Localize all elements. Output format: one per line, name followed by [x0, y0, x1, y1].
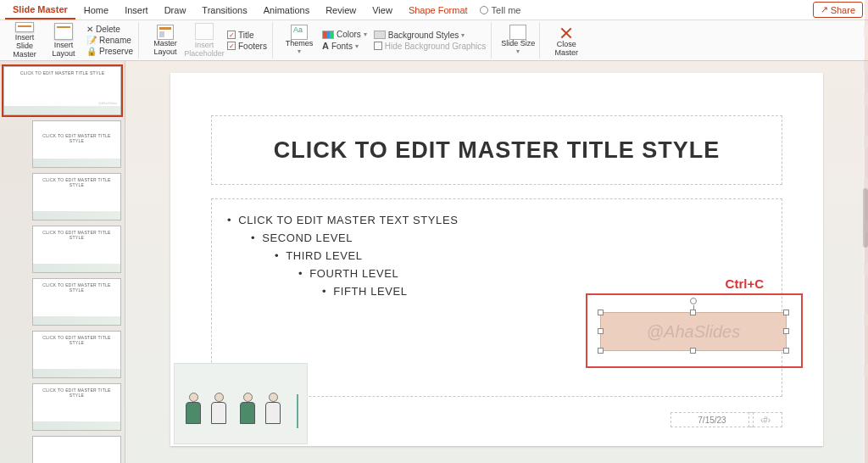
- thumb-footer-strip: [33, 211, 120, 220]
- resize-handle[interactable]: [598, 328, 604, 334]
- preserve-button[interactable]: 🔒Preserve: [85, 46, 135, 57]
- thumb-title: CLICK TO EDIT MASTER TITLE STYLE: [38, 230, 115, 240]
- colors-button[interactable]: Colors: [320, 29, 369, 40]
- tab-animations[interactable]: Animations: [256, 2, 317, 19]
- layout-thumbnail[interactable]: CLICK TO EDIT MASTER TITLE STYLE: [32, 383, 121, 431]
- close-master-label: Close Master: [548, 41, 584, 58]
- thumb-title: CLICK TO EDIT MASTER TITLE STYLE: [9, 70, 115, 75]
- master-layout-button[interactable]: Master Layout: [147, 22, 183, 59]
- layout-thumbnail[interactable]: CLICK TO EDIT MASTER TITLE STYLE: [32, 278, 121, 326]
- master-thumbnail[interactable]: CLICK TO EDIT MASTER TITLE STYLE @AhaSli…: [3, 66, 121, 115]
- layout-thumbnail[interactable]: CLICK TO EDIT MASTER TITLE STYLE: [32, 331, 121, 378]
- colors-icon: [322, 31, 334, 39]
- body-level-2: SECOND LEVEL: [251, 229, 766, 247]
- tab-slide-master[interactable]: Slide Master: [5, 1, 75, 20]
- tab-shape-format[interactable]: Shape Format: [401, 2, 476, 19]
- group-size: Slide Size: [497, 22, 540, 59]
- resize-handle[interactable]: [690, 348, 696, 354]
- preserve-label: Preserve: [99, 47, 133, 56]
- tab-home[interactable]: Home: [76, 2, 116, 19]
- layout-thumbnail[interactable]: CLICK TO EDIT MASTER TITLE STYLE: [32, 120, 121, 168]
- thumb-title: CLICK TO EDIT MASTER TITLE STYLE: [38, 388, 115, 398]
- check-icon: [374, 42, 382, 50]
- rename-button[interactable]: 📝Rename: [85, 35, 135, 46]
- resize-handle[interactable]: [598, 310, 604, 315]
- tab-insert[interactable]: Insert: [117, 2, 156, 19]
- preserve-icon: 🔒: [86, 47, 97, 56]
- master-layout-icon: [157, 25, 174, 40]
- date-placeholder[interactable]: 7/15/23: [670, 412, 754, 427]
- footers-checkbox[interactable]: Footers: [225, 41, 269, 52]
- share-icon: ↗: [821, 4, 828, 15]
- body-level-4: FOURTH LEVEL: [298, 265, 766, 282]
- thumb-title: CLICK TO EDIT MASTER TITLE STYLE: [38, 133, 115, 143]
- share-button[interactable]: ↗Share: [813, 2, 863, 18]
- slide-canvas[interactable]: CLICK TO EDIT MASTER TITLE STYLE CLICK T…: [170, 73, 823, 446]
- tab-review[interactable]: Review: [318, 2, 364, 19]
- delete-button[interactable]: ✕Delete: [85, 24, 135, 35]
- fonts-button[interactable]: AFonts: [320, 40, 369, 52]
- thumb-footer-strip: [33, 316, 120, 325]
- insert-placeholder-label: Insert Placeholder: [184, 42, 225, 59]
- thumb-footer-strip: [4, 106, 120, 114]
- title-checkbox[interactable]: Title: [225, 30, 269, 41]
- tab-transitions[interactable]: Transitions: [194, 2, 254, 19]
- tell-me-label: Tell me: [492, 5, 521, 15]
- insert-slide-master-label: Insert Slide Master: [7, 34, 42, 59]
- fonts-label: Fonts: [331, 42, 353, 51]
- colors-label: Colors: [337, 30, 361, 39]
- themes-button[interactable]: Themes: [281, 22, 317, 59]
- insert-layout-button[interactable]: Insert Layout: [46, 22, 81, 59]
- tab-draw[interactable]: Draw: [157, 2, 194, 19]
- slide-size-button[interactable]: Slide Size: [500, 22, 536, 59]
- thumb-watermark: @AhaSlides: [98, 101, 117, 105]
- title-placeholder[interactable]: CLICK TO EDIT MASTER TITLE STYLE: [211, 115, 782, 185]
- slide-number-placeholder[interactable]: ‹#›: [748, 412, 782, 427]
- share-label: Share: [831, 5, 855, 15]
- tell-me[interactable]: Tell me: [480, 5, 521, 15]
- thumb-title: CLICK TO EDIT MASTER TITLE STYLE: [38, 282, 115, 293]
- background-styles-button[interactable]: Background Styles: [372, 30, 488, 41]
- group-close: Close Master: [545, 22, 587, 59]
- close-master-button[interactable]: Close Master: [548, 22, 584, 59]
- fonts-icon: A: [322, 41, 329, 51]
- master-layout-label: Master Layout: [147, 40, 183, 57]
- thumbnail-pane[interactable]: 1 CLICK TO EDIT MASTER TITLE STYLE @AhaS…: [0, 61, 125, 463]
- layout-thumbnail[interactable]: CLICK TO EDIT MASTER TITLE STYLE: [32, 226, 121, 273]
- thumb-footer-strip: [33, 159, 120, 167]
- hide-background-checkbox[interactable]: Hide Background Graphics: [372, 41, 488, 52]
- layout-thumbnail[interactable]: [32, 436, 121, 463]
- insert-placeholder-button: Insert Placeholder: [186, 22, 222, 59]
- themes-label: Themes: [286, 40, 314, 48]
- footers-chk-label: Footers: [238, 42, 267, 51]
- slide-master-icon: [15, 22, 34, 32]
- resize-handle[interactable]: [598, 348, 604, 354]
- slide-size-icon: [509, 25, 526, 40]
- background-icon: [374, 31, 386, 39]
- placeholder-icon: [195, 23, 214, 40]
- thumb-footer-strip: [33, 264, 120, 272]
- rotate-handle[interactable]: [690, 298, 697, 304]
- themes-icon: [291, 25, 308, 40]
- insert-layout-label: Insert Layout: [46, 42, 81, 59]
- rename-icon: 📝: [86, 36, 97, 45]
- watermark-shape[interactable]: @AhaSlides: [600, 312, 787, 351]
- resize-handle[interactable]: [783, 328, 789, 334]
- slide-size-label: Slide Size: [501, 40, 535, 48]
- annotation-shortcut: Ctrl+C: [726, 276, 764, 291]
- group-master-layout: Master Layout Insert Placeholder Title F…: [144, 22, 273, 59]
- check-icon: [227, 31, 236, 39]
- body-level-1: CLICK TO EDIT MASTER TEXT STYLES: [227, 211, 766, 229]
- slide-editor[interactable]: CLICK TO EDIT MASTER TITLE STYLE CLICK T…: [125, 61, 868, 463]
- close-icon: [558, 24, 575, 41]
- tab-view[interactable]: View: [364, 2, 400, 19]
- layout-thumbnail[interactable]: CLICK TO EDIT MASTER TITLE STYLE: [32, 173, 121, 220]
- thumb-title: CLICK TO EDIT MASTER TITLE STYLE: [38, 335, 115, 345]
- check-icon: [227, 42, 236, 50]
- delete-icon: ✕: [86, 25, 93, 34]
- insert-slide-master-button[interactable]: Insert Slide Master: [7, 22, 42, 59]
- resize-handle[interactable]: [783, 348, 789, 354]
- resize-handle[interactable]: [690, 310, 696, 315]
- body-level-3: THIRD LEVEL: [275, 247, 766, 265]
- resize-handle[interactable]: [783, 310, 789, 315]
